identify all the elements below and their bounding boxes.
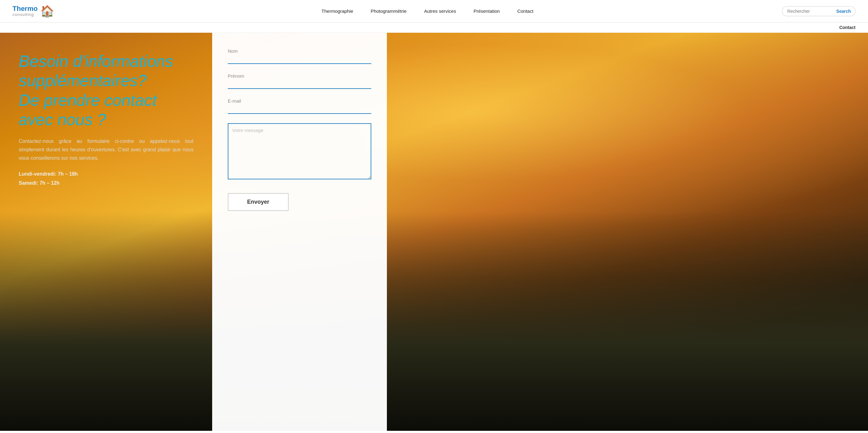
hours-weekday: Lundi-vendredi: 7h – 18h: [19, 170, 196, 179]
nav-thermographie[interactable]: Thermographie: [313, 8, 362, 14]
search-button[interactable]: Search: [832, 6, 856, 16]
navbar: Thermo consulting 🏠 Thermographie Photog…: [0, 0, 868, 23]
breadcrumb: Contact: [839, 25, 856, 30]
contact-form: Nom Prénom E-mail Envoyer: [228, 48, 371, 211]
prenom-field: Prénom: [228, 73, 371, 89]
nom-input[interactable]: [228, 56, 371, 64]
search-area: Search: [782, 6, 856, 16]
nav-links: Thermographie Photogrammétrie Autres ser…: [73, 8, 782, 14]
logo-thermo-text: Thermo: [12, 5, 38, 12]
email-input[interactable]: [228, 105, 371, 114]
hero-hours: Lundi-vendredi: 7h – 18h Samedi: 7h – 12…: [19, 170, 196, 188]
message-textarea[interactable]: [228, 123, 371, 179]
house-icon: 🏠: [40, 5, 54, 18]
logo-consulting-text: consulting: [12, 12, 38, 17]
search-input[interactable]: [782, 6, 832, 16]
breadcrumb-bar: Contact: [0, 23, 868, 33]
logo-link[interactable]: Thermo consulting 🏠: [12, 5, 54, 18]
submit-button[interactable]: Envoyer: [228, 193, 289, 211]
hours-saturday: Samedi: 7h – 12h: [19, 179, 196, 188]
nom-label: Nom: [228, 48, 371, 54]
nom-field: Nom: [228, 48, 371, 64]
prenom-input[interactable]: [228, 81, 371, 89]
hero-section: Besoin d'informationssupplémentaires?De …: [0, 33, 868, 431]
hero-description: Contactez-nous grâce au formulaire ci-co…: [19, 137, 193, 162]
nav-contact[interactable]: Contact: [508, 8, 542, 14]
nav-autres-services[interactable]: Autres services: [415, 8, 465, 14]
email-field: E-mail: [228, 98, 371, 114]
nav-photogrammetrie[interactable]: Photogrammétrie: [362, 8, 415, 14]
prenom-label: Prénom: [228, 73, 371, 79]
hero-title: Besoin d'informationssupplémentaires?De …: [19, 52, 196, 129]
email-label: E-mail: [228, 98, 371, 103]
hero-content: Besoin d'informationssupplémentaires?De …: [0, 33, 868, 431]
hero-left: Besoin d'informationssupplémentaires?De …: [0, 33, 212, 431]
nav-presentation[interactable]: Présentation: [465, 8, 508, 14]
contact-form-panel: Nom Prénom E-mail Envoyer: [212, 33, 387, 431]
message-field: [228, 123, 371, 181]
